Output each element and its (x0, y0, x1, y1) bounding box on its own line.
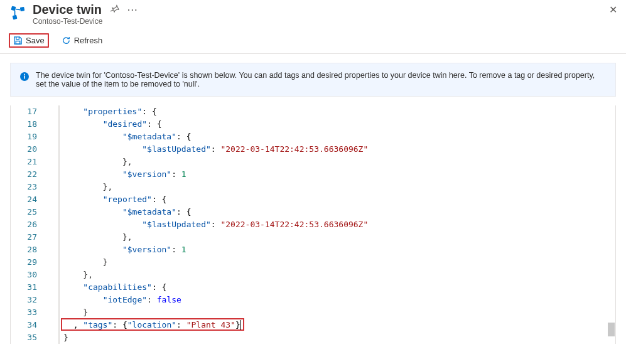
svg-rect-1 (20, 7, 25, 12)
line-number: 21 (11, 156, 37, 168)
line-number: 35 (11, 331, 37, 344)
svg-rect-2 (13, 15, 18, 20)
line-number: 30 (11, 269, 37, 281)
line-number: 22 (11, 168, 37, 181)
line-number: 32 (11, 294, 37, 306)
refresh-button[interactable]: Refresh (58, 34, 107, 47)
code-line[interactable]: "$metadata": { (63, 131, 615, 143)
svg-rect-5 (16, 41, 20, 44)
code-line[interactable]: "$lastUpdated": "2022-03-14T22:42:53.663… (63, 143, 615, 156)
code-line[interactable]: "$metadata": { (63, 206, 615, 218)
info-banner: The device twin for 'Contoso-Test-Device… (10, 63, 616, 97)
device-twin-icon (10, 5, 26, 21)
line-number: 29 (11, 256, 37, 269)
editor-scrollbar-thumb[interactable] (608, 323, 615, 336)
line-number: 34 (11, 319, 37, 331)
more-icon[interactable]: ··· (127, 5, 138, 14)
line-number: 33 (11, 306, 37, 319)
code-line[interactable]: } (63, 306, 615, 319)
json-editor[interactable]: 17181920212223242526272829303132333435 "… (10, 105, 616, 344)
code-line[interactable]: , "tags": {"location": "Plant 43"} (63, 319, 615, 331)
info-banner-text: The device twin for 'Contoso-Test-Device… (36, 71, 607, 88)
line-number: 27 (11, 231, 37, 244)
toolbar: Save Refresh (0, 29, 626, 54)
refresh-icon (62, 36, 71, 45)
code-line[interactable]: "capabilities": { (63, 281, 615, 294)
code-line[interactable]: "reported": { (63, 193, 615, 206)
line-number: 26 (11, 218, 37, 231)
editor-scrollbar[interactable] (607, 105, 615, 344)
line-number: 19 (11, 131, 37, 143)
code-line[interactable]: "$version": 1 (63, 244, 615, 256)
code-line[interactable]: "iotEdge": false (63, 294, 615, 306)
code-line[interactable]: "$lastUpdated": "2022-03-14T22:42:53.663… (63, 218, 615, 231)
line-number: 20 (11, 143, 37, 156)
save-icon (13, 36, 23, 45)
line-number: 24 (11, 193, 37, 206)
code-line[interactable]: }, (63, 231, 615, 244)
refresh-button-label: Refresh (74, 36, 103, 45)
save-button-label: Save (26, 36, 45, 45)
save-button[interactable]: Save (9, 33, 49, 48)
code-line[interactable]: "$version": 1 (63, 168, 615, 181)
info-icon (19, 72, 30, 82)
page-title: Device twin (33, 3, 102, 17)
editor-code-area[interactable]: "properties": { "desired": { "$metadata"… (61, 105, 615, 344)
text-caret (240, 320, 241, 330)
line-number: 23 (11, 181, 37, 193)
panel-header: Device twin ··· Contoso-Test-Device ✕ (0, 0, 626, 29)
line-number: 18 (11, 118, 37, 131)
code-line[interactable]: "desired": { (63, 118, 615, 131)
line-number: 17 (11, 105, 37, 118)
svg-rect-0 (11, 6, 16, 11)
line-number: 25 (11, 206, 37, 218)
code-line[interactable]: }, (63, 269, 615, 281)
line-number: 28 (11, 244, 37, 256)
code-line[interactable]: "properties": { (63, 105, 615, 118)
editor-fold-bar (48, 105, 60, 344)
code-line[interactable]: }, (63, 156, 615, 168)
close-icon[interactable]: ✕ (609, 5, 617, 15)
pin-icon[interactable] (111, 4, 119, 15)
code-line[interactable]: } (63, 331, 615, 344)
code-line[interactable]: } (63, 256, 615, 269)
code-line[interactable]: }, (63, 181, 615, 193)
breadcrumb-subtitle: Contoso-Test-Device (33, 17, 616, 26)
svg-point-8 (24, 74, 25, 75)
svg-line-3 (16, 9, 21, 10)
line-number: 31 (11, 281, 37, 294)
editor-gutter: 17181920212223242526272829303132333435 (11, 105, 48, 344)
svg-rect-7 (24, 76, 25, 79)
